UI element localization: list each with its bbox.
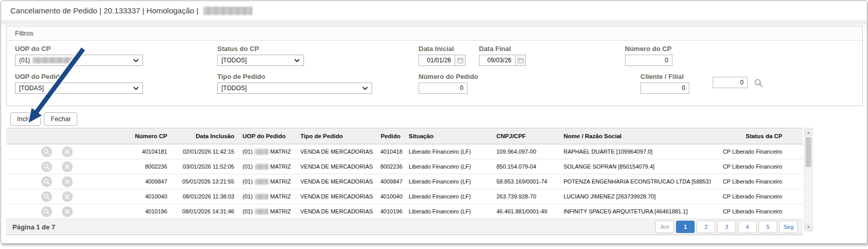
filters-panel: Filtros UOP do CP (01) Status do CP [TOD… [6, 26, 863, 106]
app-window: Cancelamento de Pedido | 20.133337 | Hom… [1, 1, 867, 244]
cell-pedido: 4009847 [376, 174, 405, 189]
page-button-5[interactable]: 5 [759, 221, 777, 233]
uop-pedido-value: [TODAS] [19, 85, 44, 92]
scrollbar-thumb[interactable] [806, 137, 811, 167]
uop-cp-select[interactable]: (01) [15, 55, 143, 66]
cell-situacao: Liberado Financeiro (LF) [405, 144, 492, 159]
table-row: 4010040 08/01/2026 11:38:03 (01)MATRIZ V… [6, 189, 803, 204]
cell-tipo-pedido: VENDA DE MERCADORIAS [296, 204, 376, 219]
cancel-row-icon[interactable] [62, 146, 73, 157]
redacted-uop [255, 179, 268, 185]
status-cp-select[interactable]: [TODOS] [217, 55, 304, 66]
search-icon[interactable] [754, 78, 763, 88]
tipo-pedido-value: [TODOS] [221, 85, 247, 92]
cell-nome-razao: LUCIANO JIMENEZ [263739928.70] [559, 189, 711, 204]
row-actions [6, 189, 84, 204]
view-row-icon[interactable] [41, 146, 52, 157]
pagination: Ant 1 2 3 4 5 Seg [655, 221, 798, 233]
cliente-filial-search[interactable] [754, 78, 763, 90]
numero-cp-label: Número do CP [625, 45, 672, 53]
cell-numero-cp: 4010196 [84, 204, 171, 219]
numero-cp-input[interactable] [625, 55, 672, 66]
field-cliente-filial: Cliente / Filial [640, 73, 689, 94]
page-button-4[interactable]: 4 [738, 221, 757, 233]
incluir-button[interactable]: Incluir [10, 112, 41, 126]
uop-pedido-select[interactable]: [TODAS] [15, 82, 143, 94]
data-inicial-input[interactable] [419, 55, 455, 66]
cell-cnpj-cpf: 850.154.079-04 [492, 159, 559, 174]
cell-nome-razao: RAPHAEL DUARTE [109964097.0] [559, 144, 711, 159]
redacted-uop [255, 209, 268, 214]
cell-uop-pedido: (01)MATRIZ [238, 144, 296, 159]
cancel-row-icon[interactable] [62, 161, 73, 172]
view-row-icon[interactable] [41, 161, 52, 172]
cell-data-inclusao: 02/01/2026 11:42:15 [171, 144, 238, 159]
field-numero-cp: Número do CP [625, 45, 672, 66]
page-button-3[interactable]: 3 [717, 221, 736, 233]
numero-pedido-input[interactable] [419, 82, 468, 94]
calendar-icon[interactable] [515, 55, 526, 66]
cell-data-inclusao: 05/01/2026 13:21:55 [171, 174, 238, 189]
data-final-label: Data Final [479, 45, 526, 53]
cell-pedido: 4010196 [376, 204, 405, 219]
cell-data-inclusao: 03/01/2026 11:52:05 [171, 159, 238, 174]
fechar-button[interactable]: Fechar [44, 112, 77, 126]
row-actions [6, 204, 84, 219]
col-pedido: Pedido [376, 128, 405, 144]
field-status-cp: Status do CP [TODOS] [217, 45, 304, 66]
table-row: 8002236 03/01/2026 11:52:05 (01)MATRIZ V… [6, 159, 803, 174]
redacted-user-name [203, 7, 252, 15]
table-header-row: Número CP Data Inclusão UOP do Pedido Ti… [6, 128, 803, 144]
cancel-row-icon[interactable] [62, 206, 73, 217]
cancel-row-icon[interactable] [62, 191, 73, 202]
field-cliente-filial-aux [713, 77, 748, 88]
scroll-up-icon[interactable]: ▲ [805, 128, 812, 136]
cell-pedido: 4010418 [376, 144, 405, 159]
cell-cnpj-cpf: 109.964.097-00 [492, 144, 559, 159]
numero-pedido-label: Número do Pedido [419, 73, 478, 80]
view-row-icon[interactable] [41, 206, 52, 217]
cell-numero-cp: 8002236 [84, 159, 171, 174]
cell-cnpj-cpf: 58.853.169/0001-74 [492, 174, 559, 189]
results-table-container: Número CP Data Inclusão UOP do Pedido Ti… [6, 128, 803, 235]
page-button-2[interactable]: 2 [697, 221, 715, 233]
tipo-pedido-select[interactable]: [TODOS] [217, 82, 372, 94]
cell-tipo-pedido: VENDA DE MERCADORIAS [296, 159, 376, 174]
field-uop-pedido: UOP do Pedido [TODAS] [15, 73, 143, 94]
next-page-button[interactable]: Seg [779, 221, 798, 233]
title-divider [1, 21, 867, 25]
cell-situacao: Liberado Financeiro (LF) [405, 204, 492, 219]
calendar-icon[interactable] [455, 55, 465, 66]
cell-status-cp: CP Liberado Financeiro [711, 144, 803, 159]
cliente-filial-aux-input[interactable] [713, 77, 748, 88]
uop-cp-label: UOP do CP [15, 45, 143, 53]
cell-tipo-pedido: VENDA DE MERCADORIAS [296, 144, 376, 159]
filters-legend: Filtros [7, 26, 862, 41]
cliente-filial-input[interactable] [640, 82, 689, 94]
cell-nome-razao: SOLANGE SOPRAN [850154079.4] [559, 159, 711, 174]
cancel-row-icon[interactable] [62, 176, 73, 187]
view-row-icon[interactable] [41, 176, 52, 187]
vertical-scrollbar[interactable]: ▲ ▼ [804, 128, 813, 231]
title-bar: Cancelamento de Pedido | 20.133337 | Hom… [1, 1, 867, 21]
col-actions [6, 128, 84, 144]
page-button-1[interactable]: 1 [676, 221, 695, 233]
cell-cnpj-cpf: 46.461.881/0001-49 [492, 204, 559, 219]
filters-body: UOP do CP (01) Status do CP [TODOS] Data… [7, 41, 862, 107]
field-data-inicial: Data Inicial [419, 45, 465, 66]
cell-tipo-pedido: VENDA DE MERCADORIAS [296, 174, 376, 189]
data-final-input[interactable] [479, 55, 515, 66]
redacted-uop [255, 164, 268, 170]
cell-pedido: 8002236 [376, 159, 405, 174]
view-row-icon[interactable] [41, 191, 52, 202]
cell-situacao: Liberado Financeiro (LF) [405, 189, 492, 204]
cliente-filial-label: Cliente / Filial [640, 73, 689, 80]
redacted-uop [255, 149, 268, 155]
prev-page-button[interactable]: Ant [655, 221, 674, 233]
cell-nome-razao: POTENZA ENGENHARIA ECONSTRUCAO LTDA [588… [559, 174, 711, 189]
scroll-down-icon[interactable]: ▼ [805, 223, 812, 231]
cell-numero-cp: 4010040 [84, 189, 171, 204]
action-buttons: Incluir Fechar [10, 112, 77, 126]
col-numero-cp: Número CP [84, 128, 171, 144]
chevron-down-icon [133, 87, 139, 90]
